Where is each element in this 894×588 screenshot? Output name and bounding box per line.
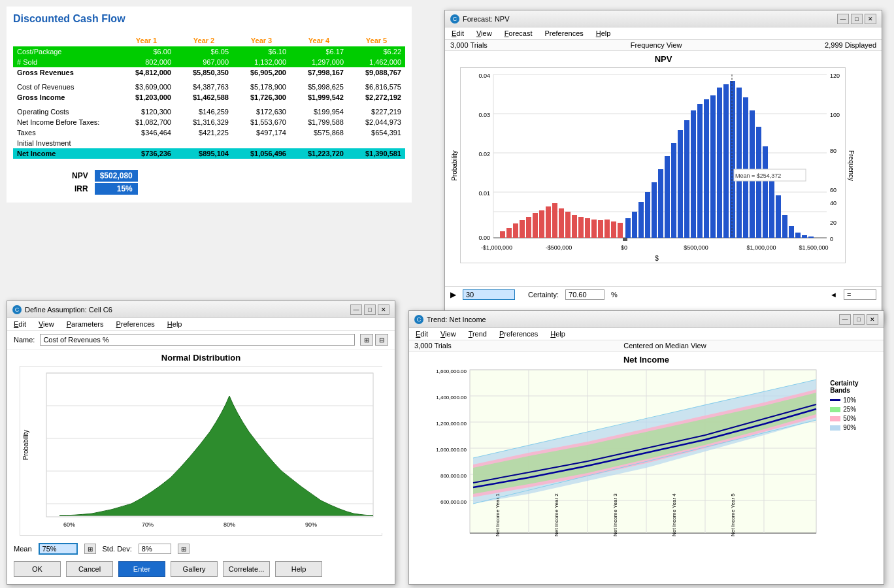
menu-edit[interactable]: Edit [414,329,429,338]
frequency-view-label: Frequency View [631,41,682,49]
menu-help[interactable]: Help [595,29,612,38]
col-header-year4: Year 4 [290,35,348,46]
trend-view: Centered on Median View [623,342,706,350]
svg-rect-50 [658,169,663,238]
svg-rect-37 [572,215,577,238]
trend-info-bar: 3,000 Trials Centered on Median View [409,340,884,351]
svg-text:$500,000: $500,000 [684,244,708,251]
bottom-value-input[interactable] [463,289,515,300]
menu-help[interactable]: Help [166,319,184,329]
svg-text:60: 60 [830,187,836,193]
col-header-year5: Year 5 [348,35,405,46]
menu-preferences[interactable]: Preferences [115,319,156,329]
maximize-button[interactable]: □ [853,314,865,325]
menu-trend[interactable]: Trend [467,329,488,338]
close-button[interactable]: ✕ [378,304,389,315]
stddev-icon-btn[interactable]: ⊞ [178,544,190,554]
svg-rect-54 [684,120,689,238]
legend-item-90: 90% [830,424,878,431]
menu-forecast[interactable]: Forecast [503,29,534,38]
trials-count: 3,000 Trials [450,41,488,49]
svg-rect-60 [723,84,729,238]
svg-rect-43 [611,221,616,238]
maximize-button[interactable]: □ [851,14,863,24]
table-row: Net Income Before Taxes: $1,082,700 $1,3… [13,117,405,127]
svg-rect-41 [598,220,603,238]
svg-rect-73 [808,237,814,238]
svg-text:0.03: 0.03 [478,112,490,118]
table-row: Cost of Revenues $3,609,000 $4,387,763 $… [13,82,405,92]
pct-label: % [611,291,618,299]
stddev-input[interactable] [139,544,171,554]
table-row: Gross Revenues $4,812,000 $5,850,350 $6,… [13,67,405,78]
svg-rect-56 [697,104,703,238]
ok-button[interactable]: OK [14,561,61,577]
close-button[interactable]: ✕ [867,314,878,325]
svg-rect-49 [652,182,657,238]
svg-rect-58 [710,95,716,238]
menu-edit[interactable]: Edit [12,319,27,329]
name-icon-btn1[interactable]: ⊞ [360,334,373,346]
svg-rect-57 [704,99,709,238]
svg-text:120: 120 [830,73,840,79]
dist-chart-wrapper: Probability 60% 70% 80% 90% [20,366,382,536]
forecast-title: Forecast: NPV [463,15,510,23]
define-menubar: Edit View Parameters Preferences Help [7,318,395,331]
menu-help[interactable]: Help [549,329,567,338]
correlate-button[interactable]: Correlate... [223,561,270,577]
svg-text:$0: $0 [621,244,627,251]
minimize-button[interactable]: — [839,314,851,325]
trend-icon: C [414,315,423,324]
menu-view[interactable]: View [439,329,457,338]
svg-text:1,400,000.00: 1,400,000.00 [437,395,467,400]
table-row: Initial Investment [13,138,405,148]
dist-chart-svg: Probability 60% 70% 80% 90% [20,367,383,533]
menu-edit[interactable]: Edit [450,29,465,38]
name-label: Name: [14,336,35,344]
menu-view[interactable]: View [37,319,56,329]
svg-rect-47 [638,202,644,238]
svg-text:Mean = $254,372: Mean = $254,372 [735,172,781,179]
minimize-button[interactable]: — [350,304,362,315]
minimize-button[interactable]: — [837,14,849,24]
name-input[interactable] [40,334,355,346]
trend-chart-svg: 1,600,000.00 1,400,000.00 1,200,000.00 1… [424,367,827,556]
gallery-button[interactable]: Gallery [171,561,218,577]
legend-color-90 [830,425,840,431]
mean-icon-btn[interactable]: ⊞ [84,544,96,554]
mean-input[interactable] [39,543,78,555]
svg-rect-38 [578,217,584,238]
name-icon-btn2[interactable]: ⊟ [375,334,388,346]
svg-text:0.04: 0.04 [478,73,490,79]
legend-title: Certainty Bands [830,380,878,394]
svg-text:1,600,000.00: 1,600,000.00 [437,368,467,374]
svg-text:Net Income Year 4: Net Income Year 4 [671,493,677,536]
svg-rect-28 [513,223,518,238]
close-button[interactable]: ✕ [865,14,876,24]
svg-rect-48 [645,192,650,238]
npv-label: NPV [67,170,93,182]
svg-text:Net Income Year 2: Net Income Year 2 [554,493,559,536]
cancel-button[interactable]: Cancel [66,561,113,577]
svg-rect-29 [520,220,525,238]
svg-rect-63 [743,97,748,238]
menu-preferences[interactable]: Preferences [543,29,584,38]
enter-button[interactable]: Enter [118,561,165,577]
trend-title: Trend: Net Income [427,316,486,323]
menu-parameters[interactable]: Parameters [65,319,105,329]
help-button[interactable]: Help [275,561,322,577]
right-arrow-icon: ◄ [830,291,837,299]
name-row: Name: ⊞ ⊟ [7,331,395,350]
svg-rect-72 [802,235,807,238]
forecast-controls: — □ ✕ [837,14,876,24]
svg-text:-$500,000: -$500,000 [546,244,572,251]
equals-input[interactable] [844,289,876,300]
maximize-button[interactable]: □ [364,304,376,315]
menu-preferences[interactable]: Preferences [498,329,539,338]
svg-text:0: 0 [830,236,833,242]
svg-text:1,000,000.00: 1,000,000.00 [437,447,467,453]
svg-rect-36 [565,212,571,238]
menu-view[interactable]: View [475,29,493,38]
certainty-input[interactable] [565,289,604,300]
svg-rect-52 [671,143,676,238]
